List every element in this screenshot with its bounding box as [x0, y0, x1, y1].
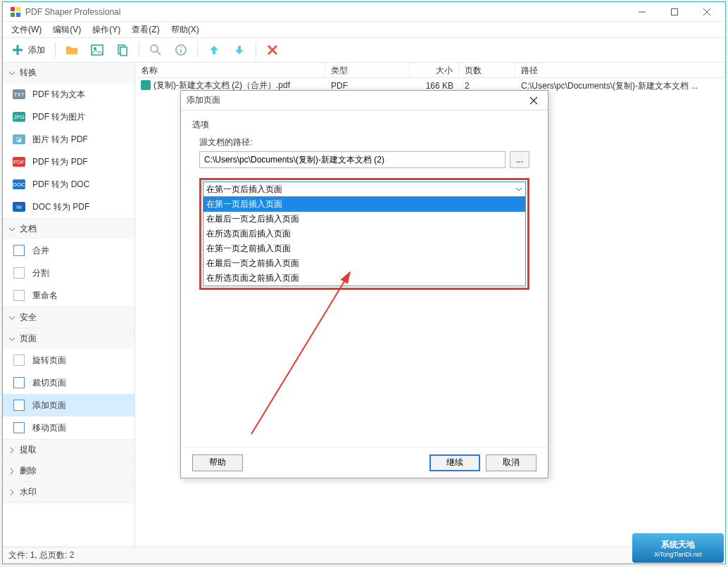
continue-button[interactable]: 继续 [429, 454, 480, 471]
sidebar-item-label: 裁切页面 [32, 377, 66, 389]
sidebar-group-watermark[interactable]: 水印 [3, 482, 134, 502]
sidebar-item-label: 添加页面 [32, 400, 66, 412]
combo-option[interactable]: 在第一页之前插入页面 [203, 241, 525, 256]
col-pages[interactable]: 页数 [459, 63, 515, 77]
rename-icon [13, 289, 25, 302]
combo-option[interactable]: 在所选页面之前插入页面 [203, 271, 525, 286]
col-path[interactable]: 路径 [515, 63, 725, 77]
menu-action[interactable]: 操作(Y) [87, 23, 126, 37]
open-folder-button[interactable] [61, 41, 82, 59]
insert-position-combo[interactable]: 在第一页后插入页面 [203, 181, 526, 197]
jpg-icon: JPG [13, 110, 25, 123]
combo-option[interactable]: 在最后一页之后插入页面 [203, 212, 525, 227]
col-type[interactable]: 类型 [325, 63, 410, 77]
image-button[interactable] [87, 41, 108, 59]
svg-rect-1 [16, 7, 20, 11]
title-bar: PDF Shaper Professional [3, 2, 725, 22]
sidebar-item-pdf2txt[interactable]: TXTPDF 转为文本 [3, 83, 134, 106]
svg-rect-21 [141, 80, 151, 90]
sidebar: 转换 TXTPDF 转为文本 JPGPDF 转为图片 ◪图片 转为 PDF PD… [3, 63, 135, 547]
chevron-down-icon [515, 186, 522, 193]
chevron-down-icon [8, 314, 15, 321]
plus-icon [11, 44, 24, 56]
rotate-icon [13, 354, 25, 367]
menu-file[interactable]: 文件(W) [6, 23, 47, 37]
svg-line-15 [157, 51, 161, 55]
svg-line-24 [251, 272, 350, 434]
sidebar-item-doc2pdf[interactable]: WDOC 转为 PDF [3, 196, 134, 218]
separator [55, 42, 56, 58]
svg-rect-3 [16, 13, 20, 17]
folder-icon [65, 44, 78, 56]
separator [197, 42, 198, 58]
sidebar-item-merge[interactable]: 合并 [3, 239, 134, 262]
txt-icon: TXT [13, 88, 25, 101]
sidebar-item-label: 移动页面 [32, 422, 66, 434]
separator [139, 42, 139, 58]
copy-button[interactable] [112, 41, 133, 59]
sidebar-item-crop[interactable]: 裁切页面 [3, 371, 134, 394]
toolbar: 添加 [3, 37, 725, 63]
movepage-icon [13, 421, 25, 434]
svg-point-11 [94, 47, 96, 50]
menu-edit[interactable]: 编辑(V) [47, 23, 87, 37]
sidebar-group-label: 文档 [20, 223, 37, 235]
dialog-titlebar: 添加页面 [181, 91, 548, 110]
menu-view[interactable]: 查看(Z) [126, 23, 165, 37]
info-button[interactable] [170, 41, 192, 59]
source-path-input[interactable] [199, 151, 506, 168]
cancel-button[interactable]: 取消 [486, 454, 536, 471]
dialog-body: 选项 源文档的路径: ... 在第一页后插入页面 在第一页后插入页面 在最后一页… [181, 110, 548, 447]
close-icon [529, 96, 538, 105]
sidebar-group-security[interactable]: 安全 [3, 307, 134, 328]
combo-option[interactable]: 在最后一页之前插入页面 [203, 256, 525, 271]
sidebar-item-rotate[interactable]: 旋转页面 [3, 349, 134, 371]
menu-help[interactable]: 帮助(X) [165, 23, 205, 37]
sidebar-group-extract[interactable]: 提取 [3, 440, 134, 460]
app-icon [10, 6, 21, 18]
dialog-close-button[interactable] [525, 94, 542, 108]
add-label: 添加 [28, 44, 45, 56]
dialog-title: 添加页面 [187, 94, 525, 106]
col-name[interactable]: 名称 [135, 63, 325, 77]
source-path-label: 源文档的路径: [199, 136, 536, 148]
delete-button[interactable] [262, 41, 283, 59]
combo-option[interactable]: 在所选页面后插入页面 [203, 227, 525, 241]
sidebar-item-pdf2img[interactable]: JPGPDF 转为图片 [3, 106, 134, 128]
help-button[interactable]: 帮助 [192, 454, 243, 471]
minimize-button[interactable] [627, 4, 658, 20]
sidebar-item-movepage[interactable]: 移动页面 [3, 416, 134, 439]
svg-rect-13 [120, 47, 127, 56]
sidebar-item-label: 分割 [32, 267, 49, 279]
sidebar-item-addpage[interactable]: 添加页面 [3, 394, 134, 416]
word-icon: W [13, 200, 25, 213]
status-bar: 文件: 1, 总页数: 2 [3, 547, 725, 563]
sidebar-item-pdf2pdf[interactable]: PDFPDF 转为 PDF [3, 151, 134, 173]
down-button[interactable] [229, 41, 250, 59]
svg-rect-5 [672, 8, 678, 15]
svg-rect-10 [92, 45, 103, 55]
sidebar-item-label: 旋转页面 [32, 355, 66, 367]
sidebar-item-label: 合并 [32, 245, 49, 257]
search-button[interactable] [145, 41, 166, 59]
maximize-button[interactable] [659, 4, 690, 20]
search-icon [149, 44, 162, 56]
sidebar-item-split[interactable]: 分割 [3, 262, 134, 284]
sidebar-group-document[interactable]: 文档 [3, 219, 134, 239]
col-size[interactable]: 大小 [410, 63, 459, 77]
up-button[interactable] [203, 41, 225, 59]
sidebar-item-rename[interactable]: 重命名 [3, 284, 134, 307]
sidebar-group-page[interactable]: 页面 [3, 329, 134, 349]
sidebar-item-label: 重命名 [32, 290, 58, 302]
sidebar-item-img2pdf[interactable]: ◪图片 转为 PDF [3, 128, 134, 151]
add-button[interactable]: 添加 [7, 41, 49, 59]
addpage-icon [13, 399, 25, 412]
sidebar-group-label: 页面 [20, 333, 37, 345]
browse-button[interactable]: ... [510, 151, 529, 168]
chevron-down-icon [8, 226, 15, 233]
sidebar-item-pdf2doc[interactable]: DOCPDF 转为 DOC [3, 173, 134, 196]
close-button[interactable] [691, 4, 722, 20]
combo-option[interactable]: 在第一页后插入页面 [203, 197, 525, 212]
sidebar-group-convert[interactable]: 转换 [3, 63, 134, 83]
sidebar-group-delete[interactable]: 删除 [3, 461, 134, 481]
